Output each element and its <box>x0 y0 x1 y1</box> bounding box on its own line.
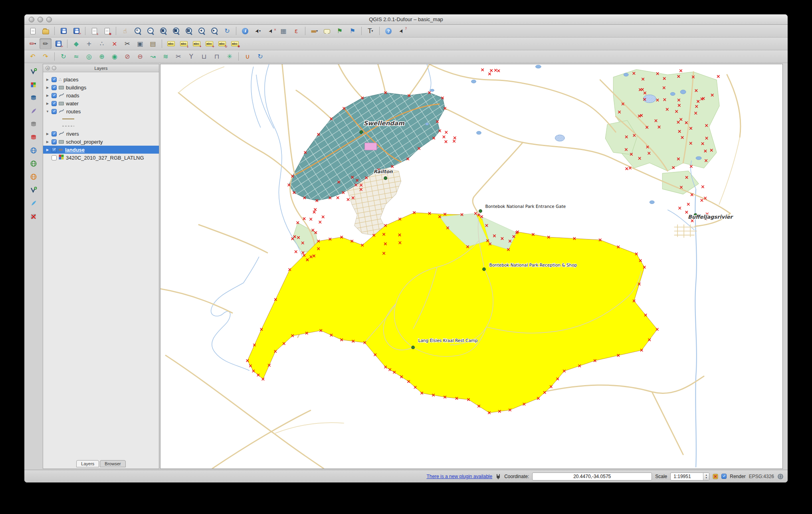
layer-checkbox[interactable] <box>51 109 57 114</box>
zoom-to-layer-button[interactable]: ▤ <box>183 26 195 36</box>
simplify-feature-button[interactable]: ≈ <box>70 51 82 62</box>
cut-features-button[interactable]: ✂ <box>121 38 133 49</box>
delete-ring-button[interactable]: ⊘ <box>121 51 133 62</box>
expand-arrow-icon[interactable]: ▶ <box>46 94 50 97</box>
scale-combo[interactable]: 1:19951 ▲▼ <box>670 472 709 480</box>
panel-float-icon[interactable] <box>52 66 56 70</box>
merge-features-button[interactable]: ⊔ <box>198 51 210 62</box>
label-highlight-button[interactable]: abc✦ <box>190 38 202 49</box>
label-rotate-button[interactable]: abc↻ <box>216 38 228 49</box>
redo-button[interactable]: ↷ <box>40 51 51 62</box>
open-project-button[interactable] <box>40 26 51 36</box>
merge-attributes-button[interactable]: ⊓ <box>211 51 223 62</box>
fill-ring-button[interactable]: ◉ <box>109 51 121 62</box>
render-checkbox[interactable] <box>721 474 727 479</box>
split-parts-button[interactable]: Y <box>185 51 197 62</box>
current-edits-button[interactable]: ✏▾ <box>27 38 39 49</box>
add-wfs-layer-button[interactable] <box>27 172 40 183</box>
layer-checkbox[interactable] <box>51 85 57 90</box>
zoom-to-selection-button[interactable]: ▦ <box>170 26 182 36</box>
redraw-button[interactable]: ↻ <box>254 51 266 62</box>
node-tool-button[interactable]: ∴ <box>96 38 108 49</box>
toggle-editing-button[interactable]: ✏ <box>40 38 51 49</box>
add-feature-button[interactable]: ◆ <box>70 38 82 49</box>
zoom-last-button[interactable]: ◂ <box>196 26 208 36</box>
expand-arrow-icon[interactable]: ▶ <box>46 102 50 105</box>
help-contents-button[interactable]: ? <box>382 26 394 36</box>
offset-curve-button[interactable]: ≋ <box>160 51 172 62</box>
pan-map-button[interactable]: ☝ <box>119 26 131 36</box>
crs-status-button[interactable] <box>777 473 784 480</box>
add-postgis-layer-button[interactable] <box>27 93 40 104</box>
whats-this-button[interactable]: ➤? <box>395 26 407 36</box>
zoom-out-button[interactable]: − <box>145 26 156 36</box>
layer-item-roads[interactable]: ▶roads <box>43 91 159 99</box>
label-move-button[interactable]: abc+ <box>203 38 215 49</box>
expand-arrow-icon[interactable]: ▶ <box>46 86 50 89</box>
coordinate-input[interactable] <box>532 472 652 480</box>
panel-tab-layers[interactable]: Layers <box>76 460 99 467</box>
add-wcs-layer-button[interactable] <box>27 158 40 170</box>
rotate-point-symbols-button[interactable]: ✳ <box>224 51 236 62</box>
add-wms-layer-button[interactable] <box>27 145 40 156</box>
enable-tracing-button[interactable]: ∪ <box>242 51 254 62</box>
layer-checkbox[interactable] <box>51 139 57 144</box>
expand-arrow-icon[interactable]: ▼ <box>46 110 50 113</box>
add-part-button[interactable]: ⊕ <box>96 51 108 62</box>
layer-item-water[interactable]: ▶water <box>43 99 159 107</box>
add-spatialite-layer-button[interactable] <box>27 106 40 117</box>
labeling-button[interactable]: abc <box>165 38 177 49</box>
layer-checkbox[interactable] <box>51 101 57 106</box>
split-features-button[interactable]: ✂ <box>172 51 184 62</box>
label-properties-button[interactable]: abc✱ <box>229 38 241 49</box>
new-bookmark-button[interactable]: ⚑ <box>334 26 346 36</box>
add-raster-layer-button[interactable] <box>27 79 40 91</box>
move-feature-button[interactable]: + <box>83 38 95 49</box>
add-oracle-layer-button[interactable] <box>27 132 40 143</box>
field-calculator-button[interactable]: ε <box>290 26 302 36</box>
panel-tab-browser[interactable]: Browser <box>100 460 125 467</box>
text-annotation-button[interactable]: T▾ <box>364 26 376 36</box>
refresh-map-button[interactable]: ↻ <box>221 26 233 36</box>
deselect-features-button[interactable]: ➤× <box>265 26 277 36</box>
select-features-button[interactable]: ➤▾ <box>252 26 264 36</box>
expand-arrow-icon[interactable]: ▶ <box>46 132 50 136</box>
layer-checkbox[interactable] <box>51 147 57 152</box>
new-project-button[interactable] <box>27 26 39 36</box>
save-project-as-button[interactable]: ✏ <box>70 26 82 36</box>
layer-item-places[interactable]: ▶∴places <box>43 75 159 83</box>
layer-item-3420C_2010_327_RGB_LATLNG[interactable]: 3420C_2010_327_RGB_LATLNG <box>43 154 159 162</box>
expand-arrow-icon[interactable]: ▶ <box>46 78 50 81</box>
add-vector-layer-button[interactable] <box>27 66 40 77</box>
measure-button[interactable]: ▬▾ <box>308 26 320 36</box>
layer-checkbox[interactable] <box>51 155 57 160</box>
save-project-button[interactable] <box>57 26 69 36</box>
layer-item-school_property[interactable]: ▶school_property <box>43 138 159 146</box>
paste-features-button[interactable]: ▤ <box>147 38 159 49</box>
label-pin-button[interactable]: abc↓ <box>178 38 190 49</box>
plugin-available-link[interactable]: There is a new plugin available <box>426 474 492 479</box>
close-button[interactable] <box>29 17 34 22</box>
layer-checkbox[interactable] <box>51 131 57 136</box>
delete-selected-button[interactable]: × <box>109 38 121 49</box>
minimize-button[interactable] <box>38 17 43 22</box>
save-layer-edits-button[interactable]: ✏ <box>52 38 64 49</box>
new-print-composer-button[interactable]: + <box>88 26 100 36</box>
open-attribute-table-button[interactable]: ▦ <box>277 26 289 36</box>
layer-item-rivers[interactable]: ▶rivers <box>43 130 159 138</box>
reshape-features-button[interactable]: ↝ <box>147 51 159 62</box>
panel-close-icon[interactable]: × <box>46 66 50 70</box>
layer-item-landuse[interactable]: ▶✏landuse <box>43 146 159 154</box>
show-bookmarks-button[interactable]: ⚑ <box>347 26 358 36</box>
layer-checkbox[interactable] <box>51 93 57 98</box>
remove-layer-button[interactable] <box>27 211 40 222</box>
add-mssql-layer-button[interactable] <box>27 119 40 130</box>
map-tips-button[interactable] <box>321 26 333 36</box>
composer-manager-button[interactable]: ✱ <box>101 26 113 36</box>
stop-render-icon[interactable] <box>713 474 718 479</box>
delete-part-button[interactable]: ⊖ <box>134 51 146 62</box>
layer-checkbox[interactable] <box>51 77 57 82</box>
copy-features-button[interactable]: ▣ <box>134 38 146 49</box>
rotate-feature-button[interactable]: ↻ <box>57 51 69 62</box>
new-shapefile-layer-button[interactable] <box>27 185 40 196</box>
